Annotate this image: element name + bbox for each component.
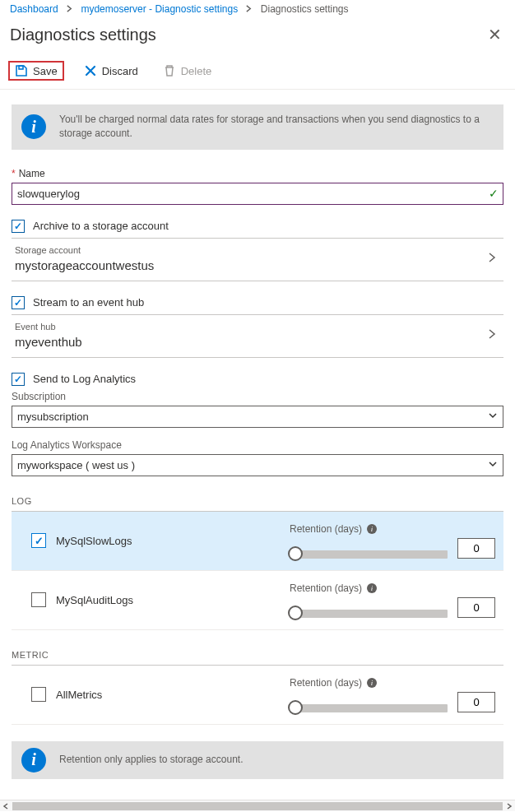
allmetrics-name: AllMetrics	[56, 689, 280, 701]
save-icon	[15, 64, 28, 77]
mysqlauditlogs-name: MySqlAuditLogs	[56, 594, 280, 606]
log-row-mysqlauditlogs: MySqlAuditLogs Retention (days)i	[12, 571, 503, 630]
info-icon: i	[21, 748, 46, 773]
subscription-value: mysubscription	[17, 411, 89, 423]
retention-slider[interactable]	[290, 704, 448, 712]
info-icon[interactable]: i	[367, 524, 377, 534]
discard-icon	[84, 64, 97, 77]
info-text: Retention only applies to storage accoun…	[59, 753, 243, 767]
slider-thumb[interactable]	[288, 546, 303, 561]
retention-slider[interactable]	[290, 610, 448, 618]
delete-label: Delete	[181, 65, 212, 77]
workspace-dropdown[interactable]: myworkspace ( west us )	[12, 454, 503, 476]
eventhub-value: myeventhub	[15, 335, 487, 349]
send-log-analytics-label: Send to Log Analytics	[33, 373, 136, 385]
info-banner-retention: i Retention only applies to storage acco…	[12, 741, 503, 779]
subscription-dropdown[interactable]: mysubscription	[12, 406, 503, 428]
panel-header: Diagnostics settings ✕	[0, 15, 515, 56]
archive-checkbox[interactable]	[12, 220, 25, 233]
close-icon[interactable]: ✕	[485, 21, 505, 48]
delete-button[interactable]: Delete	[158, 61, 217, 81]
mysqlslowlogs-name: MySqlSlowLogs	[56, 535, 280, 547]
breadcrumb: Dashboard mydemoserver - Diagnostic sett…	[0, 0, 515, 15]
retention-label: Retention (days)	[290, 523, 362, 535]
save-button[interactable]: Save	[8, 61, 64, 81]
info-icon[interactable]: i	[367, 583, 377, 593]
slider-thumb[interactable]	[288, 606, 303, 620]
workspace-value: myworkspace ( west us )	[17, 459, 135, 471]
retention-slider[interactable]	[290, 550, 448, 559]
name-input[interactable]	[12, 183, 503, 205]
horizontal-scrollbar[interactable]	[0, 800, 515, 811]
allmetrics-checkbox[interactable]	[31, 687, 46, 702]
chevron-down-icon	[488, 411, 498, 423]
page-title: Diagnostics settings	[10, 26, 485, 44]
discard-button[interactable]: Discard	[79, 61, 143, 81]
archive-label: Archive to a storage account	[33, 220, 169, 232]
log-section-header: LOG	[12, 496, 503, 512]
slider-thumb[interactable]	[288, 700, 303, 715]
scrollbar-thumb[interactable]	[12, 802, 503, 810]
breadcrumb-current: Diagnostics settings	[261, 3, 349, 15]
stream-label: Stream to an event hub	[33, 296, 144, 309]
scroll-right-icon[interactable]	[503, 800, 515, 812]
retention-input[interactable]	[457, 692, 495, 712]
info-text: You'll be charged normal data rates for …	[59, 113, 494, 142]
metric-section-header: METRIC	[12, 650, 503, 666]
stream-checkbox[interactable]	[12, 296, 25, 309]
scroll-left-icon[interactable]	[0, 800, 12, 812]
delete-icon	[163, 64, 176, 77]
chevron-right-icon	[66, 5, 73, 12]
storage-label: Storage account	[15, 245, 487, 255]
chevron-down-icon	[488, 459, 498, 471]
send-log-analytics-checkbox[interactable]	[12, 373, 25, 386]
info-icon[interactable]: i	[367, 678, 377, 688]
info-icon: i	[21, 114, 46, 139]
event-hub-selector[interactable]: Event hub myeventhub	[12, 314, 503, 358]
save-label: Save	[33, 65, 58, 77]
mysqlauditlogs-checkbox[interactable]	[31, 592, 46, 607]
breadcrumb-server[interactable]: mydemoserver - Diagnostic settings	[81, 3, 238, 15]
subscription-label: Subscription	[12, 391, 503, 402]
eventhub-label: Event hub	[15, 322, 487, 332]
validation-check-icon: ✓	[489, 187, 499, 200]
storage-account-selector[interactable]: Storage account mystorageaccountwestus	[12, 238, 503, 281]
info-banner-charges: i You'll be charged normal data rates fo…	[12, 104, 503, 150]
workspace-label: Log Analytics Workspace	[12, 439, 503, 451]
chevron-right-icon	[487, 329, 497, 341]
retention-input[interactable]	[457, 538, 495, 559]
retention-label: Retention (days)	[290, 677, 362, 689]
breadcrumb-dashboard[interactable]: Dashboard	[10, 3, 58, 15]
svg-rect-0	[19, 66, 23, 69]
discard-label: Discard	[102, 65, 138, 77]
storage-value: mystorageaccountwestus	[15, 258, 487, 272]
chevron-right-icon	[245, 5, 253, 12]
metric-row-allmetrics: AllMetrics Retention (days)i	[12, 666, 503, 725]
name-label: *Name	[12, 168, 503, 179]
retention-input[interactable]	[457, 597, 495, 618]
toolbar: Save Discard Delete	[0, 56, 515, 90]
mysqlslowlogs-checkbox[interactable]	[31, 533, 46, 548]
retention-label: Retention (days)	[290, 582, 362, 594]
chevron-right-icon	[487, 253, 497, 265]
log-row-mysqlslowlogs: MySqlSlowLogs Retention (days)i	[12, 512, 503, 571]
